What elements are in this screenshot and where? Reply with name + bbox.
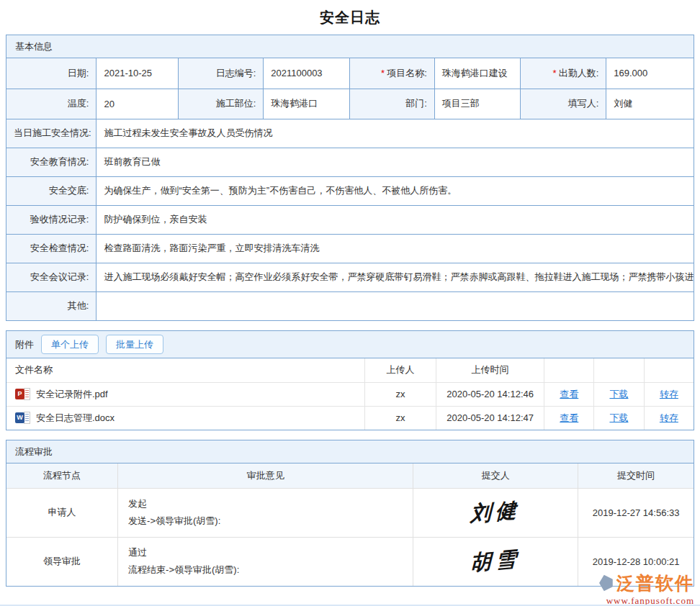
column-header-empty xyxy=(594,358,645,382)
vendor-name: 泛普软件 xyxy=(616,574,694,592)
table-row: 温度: 20 施工部位: 珠海鹤港口 部门: 项目三部 填写人: 刘健 xyxy=(6,89,694,119)
field-value-safety-inspection: 检查路面清洗，路面污染严重，立即安排清洗车清洗 xyxy=(97,234,694,263)
attachments-section-header: 附件 单个上传 批量上传 xyxy=(6,331,694,358)
table-row: 其他: xyxy=(6,291,694,320)
table-row: 申请人 发起 发送->领导审批(胡雪): 刘健 2019-12-27 14:56… xyxy=(6,488,694,537)
attachments-header-row: 文件名称 上传人 上传时间 xyxy=(6,358,694,382)
field-label-text: 项目名称: xyxy=(387,68,427,78)
column-header-uploader: 上传人 xyxy=(365,358,436,382)
approval-opinion-cell: 发起 发送->领导审批(胡雪): xyxy=(118,488,413,537)
field-value-attendance: 169.000 xyxy=(606,58,694,89)
column-header-upload-time: 上传时间 xyxy=(436,358,544,382)
table-row: 当日施工安全情况: 施工过程未发生安全事故及人员受伤情况 xyxy=(6,119,694,148)
table-row: W 安全日志管理.docx zx 2020-05-20 14:12:47 查看 … xyxy=(6,406,694,430)
attachments-panel: 附件 单个上传 批量上传 文件名称 上传人 上传时间 P 安全记录附件 xyxy=(6,330,694,430)
table-row: 领导审批 通过 流程结束->领导审批(胡雪): 胡雪 2019-12-28 10… xyxy=(6,537,694,586)
single-upload-button[interactable]: 单个上传 xyxy=(41,335,99,354)
field-label-safety-education: 安全教育情况: xyxy=(6,148,97,176)
batch-upload-button[interactable]: 批量上传 xyxy=(106,335,163,354)
approval-node-cell: 领导审批 xyxy=(6,537,118,586)
field-label-department: 部门: xyxy=(349,89,434,119)
submitter-signature-cell: 刘健 xyxy=(413,488,578,537)
column-header-submit-time: 提交时间 xyxy=(578,463,694,488)
approval-header-row: 流程节点 审批意见 提交人 提交时间 xyxy=(6,463,694,488)
opinion-route: 发送->领导审批(胡雪): xyxy=(128,512,403,530)
field-label-log-number: 日志编号: xyxy=(178,58,263,89)
file-name-text: 安全日志管理.docx xyxy=(36,412,115,425)
field-value-writer: 刘健 xyxy=(606,89,694,119)
fanpu-logo-icon xyxy=(593,572,614,594)
opinion-route: 流程结束->领导审批(胡雪): xyxy=(128,561,403,579)
field-label-text: 填写人: xyxy=(568,98,599,109)
field-label-daily-safety: 当日施工安全情况: xyxy=(6,119,97,148)
field-value-date: 2021-10-25 xyxy=(97,58,179,89)
field-value-safety-education: 班前教育已做 xyxy=(97,148,694,176)
field-value-temperature: 20 xyxy=(97,89,179,119)
signature-image: 胡雪 xyxy=(470,545,521,578)
required-mark: * xyxy=(553,68,557,78)
attachments-table: 文件名称 上传人 上传时间 P 安全记录附件.pdf zx 2020-05-20… xyxy=(6,358,694,430)
field-label-project-name: *项目名称: xyxy=(349,58,434,89)
view-link[interactable]: 查看 xyxy=(560,389,578,399)
table-row: 安全检查情况: 检查路面清洗，路面污染严重，立即安排清洗车清洗 xyxy=(6,234,694,263)
download-link[interactable]: 下载 xyxy=(609,412,628,423)
table-row: 安全教育情况: 班前教育已做 xyxy=(6,148,694,176)
upload-time-cell: 2020-05-20 14:12:46 xyxy=(436,382,544,406)
approval-node-cell: 申请人 xyxy=(6,488,118,537)
basic-info-panel: 基本信息 日期: 2021-10-25 日志编号: 2021100003 *项目… xyxy=(6,35,694,321)
field-label-other: 其他: xyxy=(6,291,97,320)
field-label-text: 施工部位: xyxy=(216,98,256,109)
vendor-watermark: 泛普软件 www.fanpusoft.com xyxy=(593,572,694,605)
table-row: 安全会议记录: 进入施工现场必须戴好安全帽；高空作业必须系好安全带，严禁穿硬底带… xyxy=(6,263,694,291)
field-label-text: 日志编号: xyxy=(216,68,256,78)
field-label-attendance: *出勤人数: xyxy=(521,58,606,89)
opinion-action: 发起 xyxy=(128,495,403,512)
basic-info-table: 日期: 2021-10-25 日志编号: 2021100003 *项目名称: 珠… xyxy=(6,58,694,320)
file-name-cell: P 安全记录附件.pdf xyxy=(6,382,365,406)
field-label-safety-inspection: 安全检查情况: xyxy=(6,234,97,263)
column-header-submitter: 提交人 xyxy=(413,463,578,488)
basic-info-section-title: 基本信息 xyxy=(6,35,694,58)
table-row: 安全交底: 为确保生产，做到“安全第一、预防为主”不伤害自己，不伤害他人、不被他… xyxy=(6,176,694,205)
download-link[interactable]: 下载 xyxy=(609,389,628,399)
attachments-section-title: 附件 xyxy=(15,331,34,358)
approval-section-title: 流程审批 xyxy=(6,440,694,463)
pdf-file-icon: P xyxy=(15,388,31,400)
field-label-work-part: 施工部位: xyxy=(178,89,263,119)
field-value-work-part: 珠海鹤港口 xyxy=(264,89,349,119)
upload-time-cell: 2020-05-20 14:12:47 xyxy=(436,406,544,430)
column-header-file-name: 文件名称 xyxy=(6,358,365,382)
approval-table: 流程节点 审批意见 提交人 提交时间 申请人 发起 发送->领导审批(胡雪): … xyxy=(6,463,694,586)
field-value-acceptance-record: 防护确保到位，亲自安装 xyxy=(97,205,694,234)
approval-opinion-cell: 通过 流程结束->领导审批(胡雪): xyxy=(118,537,413,586)
column-header-node: 流程节点 xyxy=(6,463,118,488)
file-name-cell: W 安全日志管理.docx xyxy=(6,406,365,430)
required-mark: * xyxy=(381,68,385,78)
field-label-date: 日期: xyxy=(6,58,97,89)
field-label-temperature: 温度: xyxy=(6,89,97,119)
transfer-link[interactable]: 转存 xyxy=(660,389,678,399)
field-label-acceptance-record: 验收情况记录: xyxy=(6,205,97,234)
opinion-action: 通过 xyxy=(128,544,403,561)
field-label-text: 部门: xyxy=(405,98,427,109)
field-label-text: 日期: xyxy=(68,68,89,78)
page-title: 安全日志 xyxy=(0,0,700,35)
field-label-text: 温度: xyxy=(68,98,89,109)
view-link[interactable]: 查看 xyxy=(560,412,578,423)
submitter-signature-cell: 胡雪 xyxy=(413,537,578,586)
word-file-icon: W xyxy=(15,412,31,424)
field-value-other xyxy=(97,291,694,320)
table-row: 日期: 2021-10-25 日志编号: 2021100003 *项目名称: 珠… xyxy=(6,58,694,89)
field-value-department: 项目三部 xyxy=(434,89,520,119)
field-label-safety-meeting: 安全会议记录: xyxy=(6,263,97,291)
field-label-text: 出勤人数: xyxy=(559,68,599,78)
transfer-link[interactable]: 转存 xyxy=(660,412,678,423)
field-label-writer: 填写人: xyxy=(521,89,606,119)
column-header-empty xyxy=(544,358,594,382)
field-label-safety-disclosure: 安全交底: xyxy=(6,176,97,205)
submit-time-cell: 2019-12-27 14:56:33 xyxy=(578,488,694,537)
field-value-daily-safety: 施工过程未发生安全事故及人员受伤情况 xyxy=(97,119,694,148)
field-value-project-name: 珠海鹤港口建设 xyxy=(434,58,520,89)
approval-panel: 流程审批 流程节点 审批意见 提交人 提交时间 申请人 发起 发送->领导审批(… xyxy=(6,440,694,587)
column-header-empty xyxy=(644,358,694,382)
